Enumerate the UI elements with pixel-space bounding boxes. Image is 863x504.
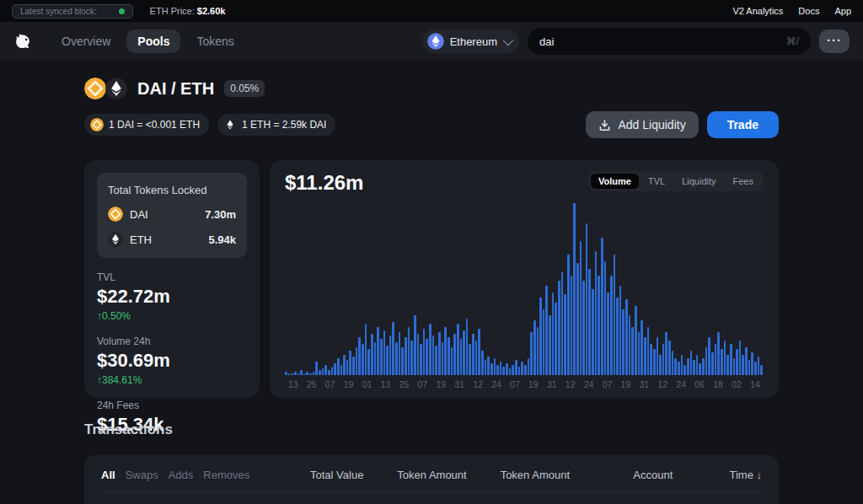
volume-bar[interactable] xyxy=(625,299,628,375)
volume-bar[interactable] xyxy=(668,340,671,375)
volume-bar[interactable] xyxy=(622,309,624,375)
volume-bar[interactable] xyxy=(395,342,398,375)
chart-tab-liquidity[interactable]: Liquidity xyxy=(674,174,723,189)
volume-bar[interactable] xyxy=(662,344,665,375)
volume-bar[interactable] xyxy=(742,355,744,375)
volume-bar[interactable] xyxy=(429,324,432,375)
volume-bar[interactable] xyxy=(426,339,428,375)
volume-bar[interactable] xyxy=(702,358,705,375)
volume-bar[interactable] xyxy=(340,365,343,375)
volume-bar[interactable] xyxy=(539,298,542,375)
volume-bar[interactable] xyxy=(288,373,291,375)
volume-bar[interactable] xyxy=(490,363,493,375)
volume-bar[interactable] xyxy=(614,255,616,375)
column-token-amount-0[interactable]: Token Amount xyxy=(363,469,466,481)
volume-bar[interactable] xyxy=(457,324,459,375)
volume-bar[interactable] xyxy=(417,334,420,375)
volume-bar[interactable] xyxy=(294,372,297,375)
volume-bar[interactable] xyxy=(552,292,555,375)
volume-bar[interactable] xyxy=(506,363,508,375)
volume-bar[interactable] xyxy=(481,351,484,375)
volume-bar[interactable] xyxy=(537,327,539,375)
volume-bar[interactable] xyxy=(595,251,598,375)
volume-bar[interactable] xyxy=(736,349,738,375)
volume-bar[interactable] xyxy=(598,276,600,375)
volume-bar[interactable] xyxy=(494,358,496,375)
volume-bar[interactable] xyxy=(512,365,514,375)
volume-bar[interactable] xyxy=(751,352,753,375)
network-selector[interactable]: Ethereum xyxy=(422,29,519,53)
volume-bar[interactable] xyxy=(487,357,490,375)
volume-bar[interactable] xyxy=(405,337,407,375)
volume-bar[interactable] xyxy=(724,340,726,375)
volume-bar[interactable] xyxy=(362,344,364,375)
filter-swaps[interactable]: Swaps xyxy=(126,469,158,481)
volume-bar[interactable] xyxy=(475,340,478,375)
volume-bar[interactable] xyxy=(380,339,383,375)
volume-bar[interactable] xyxy=(389,335,392,375)
volume-bar[interactable] xyxy=(674,358,677,375)
volume-bar[interactable] xyxy=(285,372,287,375)
volume-bar[interactable] xyxy=(365,324,367,375)
uniswap-logo[interactable] xyxy=(13,30,35,52)
volume-bar[interactable] xyxy=(533,320,536,375)
volume-bar[interactable] xyxy=(420,344,422,375)
volume-bar[interactable] xyxy=(356,347,358,375)
volume-bar[interactable] xyxy=(521,362,523,375)
volume-bar[interactable] xyxy=(509,368,512,375)
add-liquidity-button[interactable]: Add Liquidity xyxy=(586,111,698,138)
volume-bar[interactable] xyxy=(528,358,530,375)
volume-bar[interactable] xyxy=(567,255,570,375)
volume-bar[interactable] xyxy=(478,329,480,375)
volume-bar[interactable] xyxy=(524,365,527,375)
volume-bar[interactable] xyxy=(291,373,293,375)
volume-bar[interactable] xyxy=(319,370,321,375)
column-token-amount-1[interactable]: Token Amount xyxy=(467,469,570,481)
column-account[interactable]: Account xyxy=(570,469,673,481)
volume-bar[interactable] xyxy=(690,351,693,375)
volume-bar[interactable] xyxy=(629,315,631,375)
filter-removes[interactable]: Removes xyxy=(203,469,249,481)
filter-adds[interactable]: Adds xyxy=(169,469,194,481)
volume-bar[interactable] xyxy=(635,306,637,375)
volume-bar[interactable] xyxy=(582,281,585,375)
link-docs[interactable]: Docs xyxy=(798,6,819,16)
volume-bar[interactable] xyxy=(303,373,306,375)
volume-bar[interactable] xyxy=(451,347,453,375)
volume-bar[interactable] xyxy=(466,319,469,375)
volume-bar[interactable] xyxy=(564,294,566,375)
volume-bar[interactable] xyxy=(644,337,646,375)
volume-bar[interactable] xyxy=(313,372,315,375)
volume-bar[interactable] xyxy=(500,362,502,375)
volume-bar[interactable] xyxy=(672,351,674,375)
volume-bar[interactable] xyxy=(448,337,450,375)
volume-bar[interactable] xyxy=(573,203,576,375)
eth-rate-pill[interactable]: 1 ETH = 2.59k DAI xyxy=(217,114,335,136)
volume-bar[interactable] xyxy=(619,286,622,375)
volume-bar[interactable] xyxy=(300,370,303,375)
volume-bar[interactable] xyxy=(346,360,349,375)
volume-bar[interactable] xyxy=(460,339,463,375)
volume-bar[interactable] xyxy=(485,360,487,375)
volume-bar[interactable] xyxy=(463,330,465,375)
volume-bar[interactable] xyxy=(610,276,613,375)
chart-tab-fees[interactable]: Fees xyxy=(726,174,761,189)
volume-bar[interactable] xyxy=(315,362,318,375)
volume-bar[interactable] xyxy=(683,365,686,375)
volume-bar[interactable] xyxy=(469,344,471,375)
volume-bar[interactable] xyxy=(518,367,521,375)
volume-bar[interactable] xyxy=(530,332,533,375)
volume-bar[interactable] xyxy=(758,357,760,375)
volume-bar[interactable] xyxy=(641,320,643,375)
volume-bar[interactable] xyxy=(331,367,334,375)
volume-bar[interactable] xyxy=(561,272,564,375)
volume-bar[interactable] xyxy=(653,349,656,375)
volume-bar[interactable] xyxy=(399,332,401,375)
volume-bar[interactable] xyxy=(297,373,300,375)
volume-bar[interactable] xyxy=(745,347,748,375)
volume-bar[interactable] xyxy=(616,298,619,375)
volume-bar[interactable] xyxy=(748,360,751,375)
volume-bar[interactable] xyxy=(502,367,505,375)
volume-bar[interactable] xyxy=(414,315,416,375)
volume-bar[interactable] xyxy=(601,238,603,375)
